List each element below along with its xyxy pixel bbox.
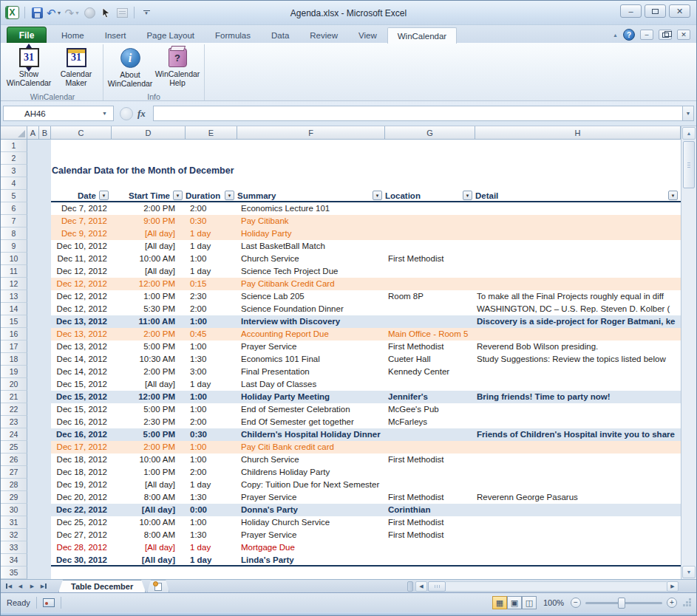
cell-E18[interactable]: 1:30 <box>186 353 237 366</box>
cell-B31[interactable] <box>39 516 51 529</box>
cell-F27[interactable]: Childrens Holiday Party <box>237 466 385 479</box>
row-header-16[interactable]: 16 <box>1 328 27 340</box>
tab-insert[interactable]: Insert <box>95 27 137 43</box>
cell-B7[interactable] <box>39 215 51 227</box>
cell-A30[interactable] <box>27 504 39 516</box>
cell-F22[interactable]: End of Semester Celebration <box>237 403 385 416</box>
cell-H19[interactable] <box>475 366 681 378</box>
column-header-D[interactable]: D <box>112 126 186 140</box>
row-header-26[interactable]: 26 <box>1 454 27 466</box>
cell-H28[interactable] <box>475 479 681 491</box>
cell-C23[interactable]: Dec 16, 2012 <box>51 416 112 428</box>
cell-H34[interactable] <box>475 554 681 567</box>
filter-dropdown-icon[interactable]: ▼ <box>225 191 234 200</box>
row-header-23[interactable]: 23 <box>1 416 27 428</box>
cell-E20[interactable]: 1 day <box>186 378 237 391</box>
row-header-7[interactable]: 7 <box>1 215 27 227</box>
first-sheet-button[interactable]: ◀ <box>3 581 14 592</box>
cell-G10[interactable]: First Methodist <box>385 253 475 265</box>
cell-H8[interactable] <box>475 227 681 240</box>
cell-B10[interactable] <box>39 253 51 265</box>
cell-E7[interactable]: 0:30 <box>186 215 237 227</box>
cell-H27[interactable] <box>475 466 681 479</box>
cell-A22[interactable] <box>27 403 39 416</box>
cell-A12[interactable] <box>27 278 39 290</box>
cell-H32[interactable] <box>475 529 681 541</box>
excel-logo-icon[interactable]: X <box>5 6 19 19</box>
table-header-duration[interactable]: Duration▼ <box>186 190 237 201</box>
previous-sheet-button[interactable]: ◀ <box>15 581 26 592</box>
cell-C29[interactable]: Dec 20, 2012 <box>51 491 112 504</box>
cell-D15[interactable]: 11:00 AM <box>112 315 186 328</box>
cell-F13[interactable]: Science Lab 205 <box>237 290 385 303</box>
cell-H6[interactable] <box>475 202 681 215</box>
calendar-maker-button[interactable]: 31 Calendar Maker <box>52 46 100 92</box>
cell-A14[interactable] <box>27 303 39 315</box>
cell-B14[interactable] <box>39 303 51 315</box>
cell-G7[interactable] <box>385 215 475 227</box>
cell-E21[interactable]: 1:00 <box>186 391 237 403</box>
cell-D12[interactable]: 12:00 PM <box>112 278 186 290</box>
cell-C22[interactable]: Dec 15, 2012 <box>51 403 112 416</box>
cell-A1[interactable] <box>27 140 39 152</box>
row-header-11[interactable]: 11 <box>1 265 27 278</box>
macro-record-button[interactable] <box>43 598 55 607</box>
close-button[interactable]: ✕ <box>669 4 690 18</box>
tab-wincalendar[interactable]: WinCalendar <box>387 27 457 44</box>
cell-H21[interactable]: Bring friends! Time to party now! <box>475 391 681 403</box>
minimize-button[interactable]: – <box>620 4 642 18</box>
cell-F17[interactable]: Prayer Service <box>237 340 385 353</box>
cell-A28[interactable] <box>27 479 39 491</box>
cell-D27[interactable]: 1:00 PM <box>112 466 186 479</box>
cell-F18[interactable]: Economics 101 Final <box>237 353 385 366</box>
cell-E12[interactable]: 0:15 <box>186 278 237 290</box>
cell-A10[interactable] <box>27 253 39 265</box>
cell-A16[interactable] <box>27 328 39 340</box>
cell-C19[interactable]: Dec 14, 2012 <box>51 366 112 378</box>
collapse-ribbon-button[interactable]: ▲ <box>613 32 618 38</box>
cell-B24[interactable] <box>39 428 51 441</box>
column-header-E[interactable]: E <box>186 126 237 140</box>
cell-C31[interactable]: Dec 25, 2012 <box>51 516 112 529</box>
cell-B6[interactable] <box>39 202 51 215</box>
cell-F16[interactable]: Accounting Report Due <box>237 328 385 340</box>
row-header-2[interactable]: 2 <box>1 152 27 165</box>
cell-B3[interactable] <box>39 165 51 177</box>
cell-C7[interactable]: Dec 7, 2012 <box>51 215 112 227</box>
cell-D33[interactable]: [All day] <box>112 541 186 554</box>
form-button[interactable] <box>115 5 129 20</box>
name-box[interactable]: AH46 ▼ <box>3 106 114 121</box>
cell-C6[interactable]: Dec 7, 2012 <box>51 202 112 215</box>
cell-E24[interactable]: 0:30 <box>186 428 237 441</box>
cell-A24[interactable] <box>27 428 39 441</box>
cell-C33[interactable]: Dec 28, 2012 <box>51 541 112 554</box>
cell-B4[interactable] <box>39 177 51 190</box>
cell-F15[interactable]: Interview with Discovery <box>237 315 385 328</box>
cell-G6[interactable] <box>385 202 475 215</box>
cell-A7[interactable] <box>27 215 39 227</box>
cell-B30[interactable] <box>39 504 51 516</box>
cell-A11[interactable] <box>27 265 39 278</box>
workbook-minimize-button[interactable]: – <box>640 30 653 40</box>
cell-D30[interactable]: [All day] <box>112 504 186 516</box>
cell-E28[interactable]: 1 day <box>186 479 237 491</box>
vertical-scroll-thumb[interactable] <box>683 141 695 188</box>
cell-G21[interactable]: Jennifer's <box>385 391 475 403</box>
cell-G16[interactable]: Main Office - Room 5 <box>385 328 475 340</box>
row-header-13[interactable]: 13 <box>1 290 27 303</box>
row-header-28[interactable]: 28 <box>1 479 27 491</box>
cell-H13[interactable]: To make all the Final Projects roughly e… <box>475 290 681 303</box>
cell-B35[interactable] <box>39 567 51 579</box>
row-header-27[interactable]: 27 <box>1 466 27 479</box>
page-layout-view-button[interactable]: ▣ <box>507 596 522 609</box>
cell-G18[interactable]: Cueter Hall <box>385 353 475 366</box>
cell-B18[interactable] <box>39 353 51 366</box>
cell-A26[interactable] <box>27 454 39 466</box>
cell-H11[interactable] <box>475 265 681 278</box>
cell-A35[interactable] <box>27 567 39 579</box>
cell-A13[interactable] <box>27 290 39 303</box>
scroll-down-button[interactable]: ▼ <box>682 566 696 578</box>
cell-H10[interactable] <box>475 253 681 265</box>
cell-D23[interactable]: 2:30 PM <box>112 416 186 428</box>
cell-D32[interactable]: 8:00 AM <box>112 529 186 541</box>
